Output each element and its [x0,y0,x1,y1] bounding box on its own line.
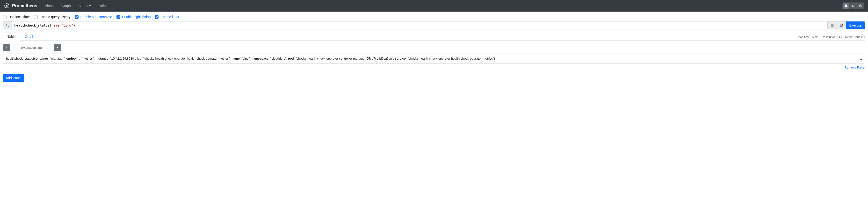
result-tabs: Table Graph [3,32,39,40]
option-enable-highlighting[interactable]: Enable highlighting [117,15,151,19]
checkbox-checked-icon [75,15,79,19]
contrast-icon [859,4,862,7]
svg-point-3 [6,24,8,26]
query-token-metric: healthcheck_status [14,24,50,27]
theme-contrast-button[interactable] [857,2,864,9]
theme-switcher [842,2,864,9]
option-enable-query-history[interactable]: Enable query history [34,15,70,19]
add-panel-row: Add Panel [3,74,865,82]
indent-icon [831,24,834,27]
theme-auto-button[interactable] [842,2,849,9]
brand-text: Prometheus [12,3,37,8]
option-label: Enable linter [160,15,179,19]
series-labels-cell[interactable]: healthcheck_status{container="manager", … [6,56,851,61]
navbar-left: Prometheus Alerts Graph Status Help [4,2,108,9]
tab-graph[interactable]: Graph [20,33,39,40]
result-table: healthcheck_status{container="manager", … [3,54,865,64]
add-panel-button[interactable]: Add Panel [3,74,24,82]
moon-icon [851,4,855,7]
chevron-right-icon [56,46,59,49]
chevron-left-icon [5,46,8,49]
expression-input[interactable]: healthcheck_status{name="bing"} [12,22,828,29]
query-token-label-value: "bing" [61,24,73,27]
evaluation-time-input[interactable] [10,44,54,51]
query-token-eq: = [59,24,61,27]
stat-load-time: Load time: 72ms [797,35,818,39]
option-label: Enable autocomplete [81,15,112,19]
eval-time-next-button[interactable] [54,44,61,51]
nav-graph-label: Graph [61,4,71,8]
option-enable-autocomplete[interactable]: Enable autocomplete [75,15,112,19]
remove-panel-label: Remove Panel [844,66,865,69]
chevron-down-icon [89,5,91,6]
search-icon [6,24,9,27]
option-label: Enable highlighting [122,15,151,19]
checkbox-checked-icon [155,15,158,19]
stat-resolution: Resolution: 14s [822,35,842,39]
gear-icon [844,4,848,7]
svg-line-4 [8,26,9,27]
tab-label: Graph [25,35,34,39]
remove-panel-row: Remove Panel [3,66,865,69]
tabs-stats-row: Table Graph Load time: 72ms Resolution: … [3,32,865,40]
navbar: Prometheus Alerts Graph Status Help [0,0,868,11]
checkbox-icon [3,15,6,19]
format-query-button[interactable] [828,22,837,29]
svg-rect-1 [6,7,7,7]
prometheus-logo-icon [4,3,10,9]
eval-time-prev-button[interactable] [3,44,10,51]
query-options-row: Use local time Enable query history Enab… [0,11,868,21]
evaluation-time-group [3,44,865,51]
option-label: Enable query history [40,15,70,19]
nav-alerts-label: Alerts [45,4,54,8]
option-enable-linter[interactable]: Enable linter [155,15,179,19]
query-token-label-name: name [52,24,59,27]
execute-button[interactable]: Execute [846,22,865,29]
option-label: Use local time [8,15,30,19]
query-stats: Load time: 72ms Resolution: 14s Result s… [797,35,865,40]
expression-search-addon [3,22,12,29]
checkbox-icon [34,15,38,19]
checkbox-checked-icon [117,15,120,19]
nav-status[interactable]: Status [76,2,94,9]
nav-alerts[interactable]: Alerts [42,2,56,9]
query-token-brace: { [50,24,52,27]
table-row: healthcheck_status{container="manager", … [3,54,865,64]
nav-help[interactable]: Help [96,2,108,9]
stat-result-series: Result series: 1 [845,35,865,39]
brand[interactable]: Prometheus [4,3,37,9]
remove-panel-link[interactable]: Remove Panel [844,66,865,69]
nav-status-label: Status [79,4,88,8]
add-panel-label: Add Panel [6,76,22,80]
series-value-cell: 1 [855,56,862,61]
tab-label: Table [7,35,16,39]
execute-label: Execute [849,24,862,27]
query-token-brace: } [73,24,75,27]
nav-graph[interactable]: Graph [59,2,73,9]
tab-table[interactable]: Table [3,33,20,40]
option-use-local-time[interactable]: Use local time [3,15,30,19]
nav-help-label: Help [99,4,105,8]
globe-icon [840,24,843,27]
expression-input-group: healthcheck_status{name="bing"} Execute [3,21,865,29]
theme-dark-button[interactable] [849,2,857,9]
metrics-explorer-button[interactable] [837,22,846,29]
